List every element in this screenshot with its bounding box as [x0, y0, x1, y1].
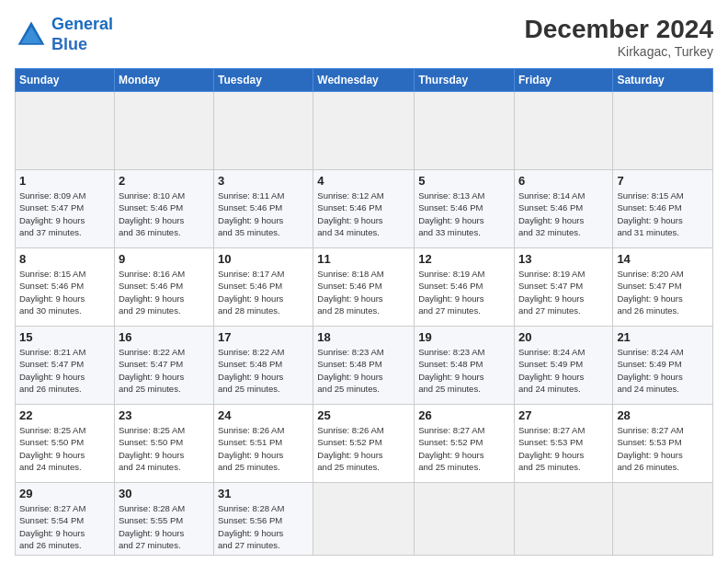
day-info: Sunrise: 8:19 AM Sunset: 5:46 PM Dayligh… — [418, 268, 510, 316]
day-info: Sunrise: 8:15 AM Sunset: 5:46 PM Dayligh… — [19, 268, 110, 316]
day-info: Sunrise: 8:13 AM Sunset: 5:46 PM Dayligh… — [418, 190, 510, 238]
calendar-cell: 29Sunrise: 8:27 AM Sunset: 5:54 PM Dayli… — [16, 483, 115, 556]
day-number: 28 — [617, 408, 709, 422]
day-info: Sunrise: 8:14 AM Sunset: 5:46 PM Dayligh… — [518, 190, 609, 238]
calendar-header-row: Sunday Monday Tuesday Wednesday Thursday… — [16, 69, 713, 92]
day-number: 8 — [19, 252, 110, 266]
day-info: Sunrise: 8:19 AM Sunset: 5:47 PM Dayligh… — [518, 268, 609, 316]
calendar-cell — [114, 92, 213, 170]
main-title: December 2024 — [525, 15, 713, 44]
day-number: 26 — [418, 408, 510, 422]
logo-icon — [15, 18, 48, 52]
day-number: 5 — [418, 174, 510, 188]
calendar-cell: 24Sunrise: 8:26 AM Sunset: 5:51 PM Dayli… — [214, 405, 313, 483]
day-info: Sunrise: 8:28 AM Sunset: 5:56 PM Dayligh… — [218, 502, 309, 551]
calendar-cell — [514, 483, 612, 556]
calendar-cell: 7Sunrise: 8:15 AM Sunset: 5:46 PM Daylig… — [613, 170, 713, 248]
day-number: 10 — [218, 252, 309, 266]
col-tuesday: Tuesday — [214, 69, 313, 92]
calendar-cell: 20Sunrise: 8:24 AM Sunset: 5:49 PM Dayli… — [514, 327, 612, 405]
calendar-cell — [16, 92, 115, 170]
day-number: 13 — [518, 252, 609, 266]
day-info: Sunrise: 8:25 AM Sunset: 5:50 PM Dayligh… — [119, 424, 210, 473]
calendar-cell: 21Sunrise: 8:24 AM Sunset: 5:49 PM Dayli… — [613, 327, 713, 405]
col-wednesday: Wednesday — [313, 69, 415, 92]
calendar-cell: 13Sunrise: 8:19 AM Sunset: 5:47 PM Dayli… — [514, 248, 612, 327]
day-number: 9 — [119, 252, 210, 266]
day-number: 23 — [119, 408, 210, 422]
day-info: Sunrise: 8:15 AM Sunset: 5:46 PM Dayligh… — [617, 190, 709, 238]
calendar-cell — [613, 92, 713, 170]
day-number: 22 — [19, 408, 110, 422]
calendar-cell — [214, 92, 313, 170]
day-info: Sunrise: 8:26 AM Sunset: 5:51 PM Dayligh… — [218, 424, 309, 473]
calendar-cell — [415, 483, 515, 556]
day-number: 7 — [617, 174, 709, 188]
day-info: Sunrise: 8:24 AM Sunset: 5:49 PM Dayligh… — [518, 346, 609, 395]
day-number: 18 — [317, 330, 410, 344]
day-number: 24 — [218, 408, 309, 422]
day-number: 21 — [617, 330, 709, 344]
calendar-cell: 2Sunrise: 8:10 AM Sunset: 5:46 PM Daylig… — [114, 170, 213, 248]
calendar-cell: 27Sunrise: 8:27 AM Sunset: 5:53 PM Dayli… — [514, 405, 612, 483]
calendar-cell: 23Sunrise: 8:25 AM Sunset: 5:50 PM Dayli… — [114, 405, 213, 483]
calendar-cell: 25Sunrise: 8:26 AM Sunset: 5:52 PM Dayli… — [313, 405, 415, 483]
calendar-cell: 4Sunrise: 8:12 AM Sunset: 5:46 PM Daylig… — [313, 170, 415, 248]
calendar-cell: 14Sunrise: 8:20 AM Sunset: 5:47 PM Dayli… — [613, 248, 713, 327]
calendar-cell — [415, 92, 515, 170]
day-number: 12 — [418, 252, 510, 266]
day-info: Sunrise: 8:24 AM Sunset: 5:49 PM Dayligh… — [617, 346, 709, 395]
calendar-cell: 19Sunrise: 8:23 AM Sunset: 5:48 PM Dayli… — [415, 327, 515, 405]
calendar-cell: 17Sunrise: 8:22 AM Sunset: 5:48 PM Dayli… — [214, 327, 313, 405]
day-number: 29 — [19, 487, 110, 500]
day-info: Sunrise: 8:20 AM Sunset: 5:47 PM Dayligh… — [617, 268, 709, 316]
day-info: Sunrise: 8:18 AM Sunset: 5:46 PM Dayligh… — [317, 268, 410, 316]
day-number: 31 — [218, 487, 309, 500]
calendar-cell: 9Sunrise: 8:16 AM Sunset: 5:46 PM Daylig… — [114, 248, 213, 327]
day-number: 25 — [317, 408, 410, 422]
day-info: Sunrise: 8:23 AM Sunset: 5:48 PM Dayligh… — [418, 346, 510, 395]
day-number: 17 — [218, 330, 309, 344]
day-number: 15 — [19, 330, 110, 344]
col-saturday: Saturday — [613, 69, 713, 92]
day-info: Sunrise: 8:27 AM Sunset: 5:54 PM Dayligh… — [19, 502, 110, 551]
day-info: Sunrise: 8:22 AM Sunset: 5:47 PM Dayligh… — [119, 346, 210, 395]
calendar-cell: 5Sunrise: 8:13 AM Sunset: 5:46 PM Daylig… — [415, 170, 515, 248]
calendar-cell: 18Sunrise: 8:23 AM Sunset: 5:48 PM Dayli… — [313, 327, 415, 405]
page-container: General Blue December 2024 Kirkagac, Tur… — [0, 0, 728, 563]
day-number: 3 — [218, 174, 309, 188]
col-sunday: Sunday — [16, 69, 115, 92]
day-number: 2 — [119, 174, 210, 188]
calendar-cell: 16Sunrise: 8:22 AM Sunset: 5:47 PM Dayli… — [114, 327, 213, 405]
day-number: 1 — [19, 174, 110, 188]
header: General Blue December 2024 Kirkagac, Tur… — [15, 15, 713, 59]
calendar-cell — [313, 92, 415, 170]
subtitle: Kirkagac, Turkey — [525, 44, 713, 59]
day-info: Sunrise: 8:22 AM Sunset: 5:48 PM Dayligh… — [218, 346, 309, 395]
calendar-cell: 22Sunrise: 8:25 AM Sunset: 5:50 PM Dayli… — [16, 405, 115, 483]
day-number: 19 — [418, 330, 510, 344]
day-info: Sunrise: 8:25 AM Sunset: 5:50 PM Dayligh… — [19, 424, 110, 473]
logo-text: General Blue — [51, 15, 113, 54]
calendar-cell: 10Sunrise: 8:17 AM Sunset: 5:46 PM Dayli… — [214, 248, 313, 327]
calendar-cell: 1Sunrise: 8:09 AM Sunset: 5:47 PM Daylig… — [16, 170, 115, 248]
col-friday: Friday — [514, 69, 612, 92]
day-number: 16 — [119, 330, 210, 344]
day-number: 14 — [617, 252, 709, 266]
day-info: Sunrise: 8:09 AM Sunset: 5:47 PM Dayligh… — [19, 190, 110, 238]
day-info: Sunrise: 8:21 AM Sunset: 5:47 PM Dayligh… — [19, 346, 110, 395]
calendar-cell — [313, 483, 415, 556]
day-info: Sunrise: 8:28 AM Sunset: 5:55 PM Dayligh… — [119, 502, 210, 551]
calendar-cell: 11Sunrise: 8:18 AM Sunset: 5:46 PM Dayli… — [313, 248, 415, 327]
day-info: Sunrise: 8:26 AM Sunset: 5:52 PM Dayligh… — [317, 424, 410, 473]
calendar-cell: 6Sunrise: 8:14 AM Sunset: 5:46 PM Daylig… — [514, 170, 612, 248]
day-number: 11 — [317, 252, 410, 266]
col-thursday: Thursday — [415, 69, 515, 92]
calendar-cell — [613, 483, 713, 556]
day-number: 30 — [119, 487, 210, 500]
day-info: Sunrise: 8:16 AM Sunset: 5:46 PM Dayligh… — [119, 268, 210, 316]
calendar-cell: 3Sunrise: 8:11 AM Sunset: 5:46 PM Daylig… — [214, 170, 313, 248]
day-number: 6 — [518, 174, 609, 188]
calendar-cell: 26Sunrise: 8:27 AM Sunset: 5:52 PM Dayli… — [415, 405, 515, 483]
day-info: Sunrise: 8:12 AM Sunset: 5:46 PM Dayligh… — [317, 190, 410, 238]
